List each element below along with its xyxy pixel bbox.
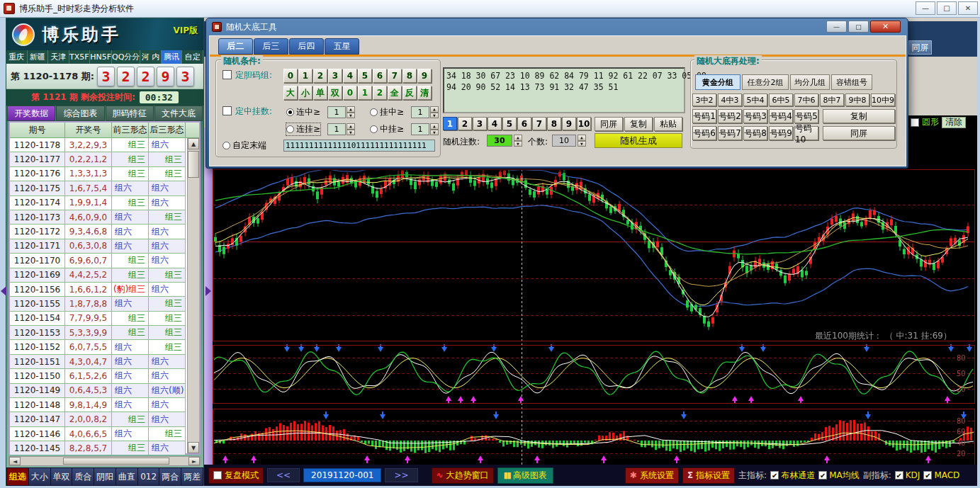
process-tab-3[interactable]: 容错组号	[831, 74, 872, 90]
replay-mode-button[interactable]: 复盘模式	[208, 467, 264, 484]
pager-button-3[interactable]: 3	[473, 117, 487, 130]
table-row[interactable]: 1120-11710,6,3,0,8组六组六	[10, 239, 186, 254]
panel-splitter[interactable]	[204, 127, 213, 465]
number-button-7[interactable]: 号码7	[718, 126, 742, 140]
zhong-button-2[interactable]: 5中4	[743, 93, 767, 106]
advanced-chart-button[interactable]: ▮▮高级图表	[497, 467, 553, 484]
radio-0[interactable]: 连中≥	[286, 106, 320, 118]
system-settings-button[interactable]: ✱系统设置	[625, 467, 679, 484]
process-tab-0[interactable]: 黄金分组	[695, 74, 740, 90]
indicator-settings-button[interactable]: Σ指标设置	[682, 467, 735, 484]
table-row[interactable]: 1120-11751,6,7,5,4组六组六	[10, 181, 186, 195]
zhong-button-6[interactable]: 9中8	[845, 93, 869, 106]
number-button-10[interactable]: 号码10	[794, 126, 818, 140]
dan-attr-3[interactable]: 双	[328, 86, 342, 100]
table-horizontal-scrollbar[interactable]: ◄ ►	[9, 456, 201, 466]
lottery-tab-2[interactable]: 天津	[48, 50, 69, 64]
radio-spinner-2[interactable]: ▲▼	[347, 123, 355, 135]
lottery-tab-6[interactable]: 河 内	[140, 50, 162, 64]
radio-value-1[interactable]: 1	[411, 106, 429, 118]
zhong-button-0[interactable]: 3中2	[692, 93, 716, 106]
lottery-tab-1[interactable]: 新疆	[28, 50, 49, 64]
mode-button-0[interactable]: 开奖数据	[7, 106, 55, 121]
table-row[interactable]: 1120-11770,2,2,1,2组三组三	[10, 152, 186, 166]
dialog-maximize-button[interactable]: □	[848, 21, 869, 33]
number-button-1[interactable]: 号码1	[692, 109, 716, 123]
dan-attr-4[interactable]: 0	[343, 86, 357, 100]
random-result-listbox[interactable]: 34 18 30 67 23 10 89 62 84 79 11 92 61 2…	[443, 67, 685, 113]
table-row[interactable]: 1120-11761,3,3,1,3组三组三	[10, 167, 186, 181]
scroll-left-icon[interactable]: ◄	[9, 457, 21, 465]
window-maximize-button[interactable]: □	[937, 1, 957, 15]
ma-checkbox[interactable]: ✔	[818, 471, 827, 480]
macd-checkbox[interactable]: ✔	[923, 471, 932, 480]
dan-attr-8[interactable]: 反	[402, 86, 417, 100]
dan-digit-8[interactable]: 8	[402, 69, 417, 83]
table-row[interactable]: 1120-11547,7,9,9,5组三组三	[10, 312, 186, 326]
table-row[interactable]: 1120-11490,6,4,5,3组六组六(顺)	[10, 384, 186, 398]
zhong-button-1[interactable]: 4中3	[718, 93, 742, 106]
pager-button-10[interactable]: 10	[577, 117, 591, 130]
table-row[interactable]: 1120-11729,3,4,6,8组六组六	[10, 225, 186, 239]
table-vertical-scrollbar[interactable]: ▲ ▼	[187, 138, 199, 453]
dan-digit-2[interactable]: 2	[313, 69, 327, 83]
table-row[interactable]: 1120-11506,1,5,2,6组六组六	[10, 369, 186, 383]
zhong-button-5[interactable]: 8中7	[820, 93, 844, 106]
dialog-tab-2[interactable]: 后四	[289, 38, 324, 55]
pager-button-2[interactable]: 2	[458, 117, 472, 130]
process-same-screen-button[interactable]: 同屏	[823, 126, 895, 140]
table-row[interactable]: 1120-11472,0,0,8,2组三组六	[10, 412, 186, 426]
bet-count-spinner[interactable]: ▲▼	[514, 135, 522, 147]
mode-button-1[interactable]: 综合图表	[56, 106, 104, 121]
pager-button-8[interactable]: 8	[547, 117, 561, 130]
scroll-right-icon[interactable]: ►	[188, 457, 200, 465]
result-paste-button[interactable]: 粘贴	[654, 117, 682, 131]
filter-button-3[interactable]: 质合	[72, 468, 94, 485]
radio-3[interactable]: 中挂≥	[370, 123, 404, 135]
filter-button-6[interactable]: 012	[138, 468, 159, 485]
lottery-tab-5[interactable]: QQ分分	[112, 50, 140, 64]
trend-window-button[interactable]: ∿大趋势窗口	[432, 467, 494, 484]
pager-button-7[interactable]: 7	[532, 117, 546, 130]
dan-digit-5[interactable]: 5	[358, 69, 372, 83]
filter-button-1[interactable]: 大小	[29, 468, 50, 485]
zhong-button-4[interactable]: 7中6	[794, 93, 818, 106]
number-button-2[interactable]: 号码2	[718, 109, 742, 123]
table-row[interactable]: 1120-11706,9,6,0,7组三组六	[10, 254, 186, 268]
number-button-9[interactable]: 号码9	[769, 126, 793, 140]
table-row[interactable]: 1120-11741,9,9,1,4组三组六	[10, 196, 186, 210]
result-copy-button[interactable]: 复制	[624, 117, 653, 131]
filter-button-5[interactable]: 曲直	[116, 468, 137, 485]
mode-button-3[interactable]: 文件大底	[154, 106, 203, 121]
dialog-titlebar[interactable]: 随机大底工具 — □ ✕	[206, 18, 908, 35]
clear-button[interactable]: 清除	[942, 117, 966, 128]
dan-attr-0[interactable]: 大	[283, 86, 298, 100]
table-row[interactable]: 1120-11489,8,1,4,9组六组六	[10, 398, 186, 412]
dan-attr-5[interactable]: 1	[358, 86, 372, 100]
table-row[interactable]: 1120-11535,3,3,9,9组三组三	[10, 326, 186, 340]
radio-spinner-0[interactable]: ▲▼	[347, 106, 355, 118]
lottery-tab-0[interactable]: 重庆	[6, 50, 28, 64]
pager-button-4[interactable]: 4	[488, 117, 502, 130]
filter-button-0[interactable]: 组选	[7, 468, 28, 485]
table-row[interactable]: 1120-11458,2,8,5,7组三组六	[10, 441, 186, 455]
pager-button-5[interactable]: 5	[502, 117, 517, 130]
bollinger-toggle[interactable]: ✔布林通道	[770, 470, 815, 482]
table-row[interactable]: 1120-11734,6,0,9,0组六组三	[10, 210, 186, 225]
kdj-toggle[interactable]: ✔KDJ	[895, 470, 920, 480]
group-count-input[interactable]: 10	[552, 135, 576, 147]
zhong-button-7[interactable]: 10中9	[871, 93, 895, 106]
custom-tail-radio[interactable]: 自定末端	[223, 140, 266, 152]
dialog-tab-1[interactable]: 后三	[254, 38, 288, 55]
radio-2[interactable]: 连挂≥	[286, 123, 320, 135]
dan-digit-3[interactable]: 3	[328, 69, 342, 83]
bollinger-checkbox[interactable]: ✔	[770, 471, 779, 480]
radio-value-2[interactable]: 1	[327, 123, 346, 135]
table-row[interactable]: 1120-11464,0,6,6,5组六组三	[10, 427, 186, 441]
dan-digit-4[interactable]: 4	[343, 69, 357, 83]
dan-attr-6[interactable]: 2	[373, 86, 387, 100]
macd-toggle[interactable]: ✔MACD	[923, 470, 959, 480]
dan-digit-7[interactable]: 7	[388, 69, 402, 83]
dan-digit-9[interactable]: 9	[417, 69, 432, 83]
group-count-spinner[interactable]: ▲▼	[578, 135, 586, 147]
